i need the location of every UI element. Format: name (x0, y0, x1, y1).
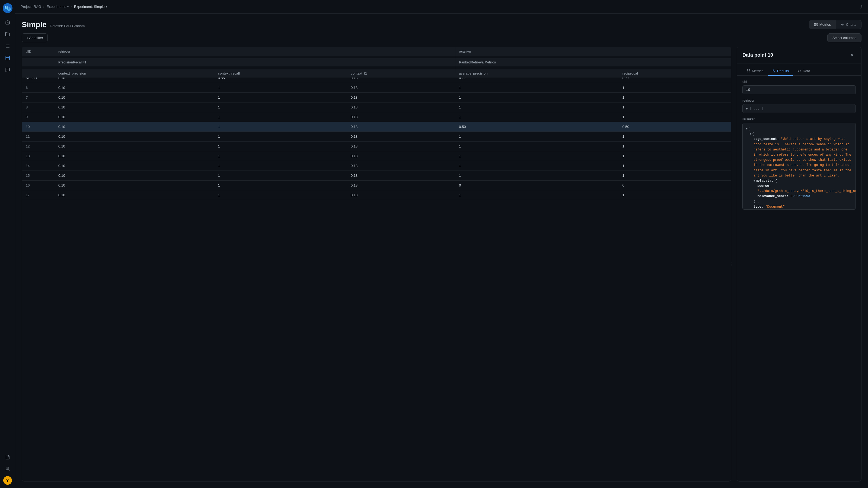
breadcrumb-sep-2: › (71, 5, 72, 9)
table-row[interactable]: 10 0.10 1 0.18 0.50 0.50 (22, 122, 731, 132)
reciprocal-header[interactable]: reciprocal_ (619, 69, 731, 77)
cp-cell: 0.10 (55, 83, 214, 93)
sidebar-item-chat[interactable] (3, 65, 12, 75)
table-scroll[interactable]: UID retriever reranker PrecisionRecallF1… (22, 47, 731, 481)
panel-tabs: Metrics Results Data (737, 63, 861, 76)
average-precision-header[interactable]: average_precision (455, 69, 619, 77)
ap-cell: 1 (455, 190, 619, 200)
context-f1-header[interactable]: context_f1 (347, 69, 455, 77)
ranked-retrieval-header: RankedRetrievalMetrics (455, 58, 731, 66)
panel-header: Data point 10 ✕ (737, 47, 861, 63)
table-row[interactable]: 12 0.10 1 0.18 1 1 (22, 141, 731, 151)
uid-cell: 9 (22, 112, 55, 122)
uid-cell: 10 (22, 122, 55, 132)
breadcrumb-experiment[interactable]: Experiment: Simple ▾ (74, 5, 107, 9)
svg-rect-10 (749, 70, 750, 71)
data-tab-label: Data (803, 69, 810, 73)
cp-cell: 0.10 (55, 132, 214, 141)
cr-cell: 1 (214, 132, 347, 141)
sidebar-item-docs[interactable] (3, 452, 12, 462)
close-panel-button[interactable]: ✕ (848, 51, 856, 59)
cf-cell: 0.18 (347, 93, 455, 102)
cf-cell: 0.18 (347, 83, 455, 93)
add-filter-button[interactable]: + Add filter (22, 33, 48, 42)
uid-cell: 16 (22, 181, 55, 190)
toolbar: + Add filter Select columns (15, 33, 868, 46)
app-logo[interactable] (3, 3, 12, 13)
table-row[interactable]: 9 0.10 1 0.18 1 1 (22, 112, 731, 122)
uid-cell: 7 (22, 93, 55, 102)
rr-cell: 1 (619, 102, 731, 112)
cf-cell: 0.18 (347, 112, 455, 122)
table-row[interactable]: 6 0.10 1 0.18 1 1 (22, 83, 731, 93)
cf-cell: 0.18 (347, 122, 455, 132)
uid-cell: 17 (22, 190, 55, 200)
rr-cell: 1 (619, 141, 731, 151)
cr-cell: 1 (214, 122, 347, 132)
table-row[interactable]: 17 0.10 1 0.18 1 1 (22, 190, 731, 200)
cr-cell: 1 (214, 141, 347, 151)
uid-cell: 6 (22, 83, 55, 93)
dataset-label: Dataset: Paul Graham (50, 24, 85, 28)
user-avatar[interactable]: Y (3, 476, 12, 485)
breadcrumb-project[interactable]: Project: RAG (21, 5, 41, 9)
reranker-json-viewer[interactable]: ▼[ ▼{ page_content: "We'd better start b… (742, 123, 856, 209)
context-recall-header[interactable]: context_recall (214, 69, 347, 77)
table-row[interactable]: 8 0.10 1 0.18 1 1 (22, 102, 731, 112)
precision-recall-f1-header: PrecisionRecallF1 (55, 58, 455, 66)
charts-view-button[interactable]: Charts (836, 20, 861, 29)
table-row[interactable]: 13 0.10 1 0.18 1 1 (22, 151, 731, 161)
panel-tab-results[interactable]: Results (768, 67, 793, 76)
cr-cell: 1 (214, 112, 347, 122)
breadcrumb-sep-1: › (43, 5, 44, 9)
table-row[interactable]: 11 0.10 1 0.18 1 1 (22, 132, 731, 141)
svg-rect-12 (749, 71, 750, 72)
sidebar-item-user[interactable] (3, 464, 12, 474)
cr-cell: 1 (214, 83, 347, 93)
cr-cell: 1 (214, 102, 347, 112)
table-row[interactable]: 15 0.10 1 0.18 1 1 (22, 171, 731, 181)
ap-cell: 1 (455, 102, 619, 112)
moon-icon: ☽ (858, 4, 863, 10)
panel-body[interactable]: uid 10 retriever ▶ [ ... ] reranker ▼[ ▼… (737, 76, 861, 481)
cf-cell: 0.18 (347, 161, 455, 171)
rr-cell: 1 (619, 93, 731, 102)
ap-cell: 1 (455, 151, 619, 161)
table-row[interactable]: 7 0.10 1 0.18 1 1 (22, 93, 731, 102)
sidebar-item-home[interactable] (3, 18, 12, 27)
metrics-view-button[interactable]: Metrics (809, 20, 836, 29)
sidebar: Y (0, 0, 15, 488)
panel-tab-metrics[interactable]: Metrics (742, 67, 768, 76)
uid-spacer (22, 58, 55, 66)
retriever-collapsed[interactable]: ▶ [ ... ] (742, 104, 856, 113)
sidebar-item-folder[interactable] (3, 29, 12, 39)
detail-panel: Data point 10 ✕ Metrics Results Data (737, 46, 862, 482)
retriever-field-group: retriever ▶ [ ... ] (742, 99, 856, 113)
reranker-header: reranker (455, 47, 731, 56)
rr-cell: 1 (619, 132, 731, 141)
sidebar-item-list[interactable] (3, 41, 12, 51)
table-row[interactable]: 16 0.10 1 0.18 0 0 (22, 181, 731, 190)
cf-cell: 0.18 (347, 132, 455, 141)
content-area: UID retriever reranker PrecisionRecallF1… (15, 46, 868, 488)
cp-cell: 0.10 (55, 112, 214, 122)
cf-cell: 0.18 (347, 102, 455, 112)
context-precision-header[interactable]: context_precision (55, 69, 214, 77)
select-columns-button[interactable]: Select columns (827, 33, 862, 42)
uid-field-group: uid 10 (742, 80, 856, 94)
rr-cell: 1 (619, 171, 731, 181)
cp-cell: 0.10 (55, 141, 214, 151)
table-row[interactable]: 14 0.10 1 0.18 1 1 (22, 161, 731, 171)
rr-cell: 0.50 (619, 122, 731, 132)
cp-cell: 0.10 (55, 171, 214, 181)
breadcrumb-experiments[interactable]: Experiments ▾ (46, 5, 69, 9)
retriever-header: retriever (55, 47, 455, 56)
panel-tab-data[interactable]: Data (793, 67, 814, 76)
cr-cell: 1 (214, 171, 347, 181)
panel-divider: ⋮ (731, 46, 733, 482)
sidebar-item-experiments[interactable] (3, 53, 12, 63)
svg-point-4 (7, 467, 8, 469)
main-content: Project: RAG › Experiments ▾ › Experimen… (15, 0, 868, 488)
cr-cell: 1 (214, 181, 347, 190)
uid-cell: 15 (22, 171, 55, 181)
